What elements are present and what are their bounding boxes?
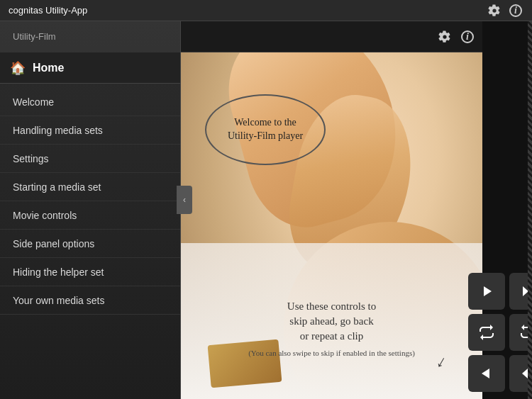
rewind-button[interactable] xyxy=(468,355,505,392)
right-control-panel xyxy=(482,21,532,399)
controls-row-2 xyxy=(468,314,532,351)
svg-marker-0 xyxy=(484,286,492,296)
svg-marker-3 xyxy=(482,369,489,378)
annotation-sub-text: (You can also swipe to skip if enabled i… xyxy=(201,348,462,359)
sidebar-item-welcome[interactable]: Welcome xyxy=(0,88,180,116)
repeat-button[interactable] xyxy=(468,314,505,351)
sidebar-collapse-button[interactable]: ‹ xyxy=(177,186,192,214)
sidebar: Utility-Film 🏠 Home Welcome Handling med… xyxy=(0,21,181,399)
sidebar-item-settings[interactable]: Settings xyxy=(0,145,180,173)
home-icon: 🏠 xyxy=(10,60,26,76)
sidebar-nav: Welcome Handling media sets Settings Sta… xyxy=(0,84,180,319)
main-video-area: Welcome to the Utility-Film player Use t… xyxy=(181,21,482,399)
stripe-right-decoration xyxy=(528,21,532,399)
sidebar-item-side-panel-options[interactable]: Side panel options xyxy=(0,230,180,258)
controls-row-1 xyxy=(468,273,532,310)
info-icon-main[interactable]: i xyxy=(460,29,475,45)
gear-icon-main[interactable] xyxy=(437,29,453,45)
app-title: cognitas Utility-App xyxy=(9,5,87,16)
annotation-area-bottom: Use these controls to skip ahead, go bac… xyxy=(196,293,467,364)
svg-marker-5 xyxy=(522,369,528,378)
info-badge-main: i xyxy=(461,30,474,43)
info-badge-top: i xyxy=(509,4,522,17)
play-forward-button[interactable] xyxy=(468,273,505,310)
sidebar-item-starting-media-set[interactable]: Starting a media set xyxy=(0,173,180,201)
sidebar-header-title: Home xyxy=(33,62,64,74)
video-scene: Welcome to the Utility-Film player Use t… xyxy=(181,52,482,399)
annotation-text-bottom: Use these controls to skip ahead, go bac… xyxy=(196,293,467,364)
sidebar-item-movie-controls[interactable]: Movie controls xyxy=(0,201,180,230)
info-icon-top[interactable]: i xyxy=(508,3,523,18)
sidebar-item-handling-media-sets[interactable]: Handling media sets xyxy=(0,116,180,145)
controls-row-3 xyxy=(468,355,532,392)
sidebar-header[interactable]: 🏠 Home xyxy=(0,52,180,84)
chevron-left-icon: ‹ xyxy=(183,195,186,205)
sidebar-ghost-label: Utility-Film xyxy=(0,21,180,52)
annotation-text-top: Welcome to the Utility-Film player xyxy=(222,111,309,147)
sidebar-item-hiding-helper-set[interactable]: Hiding the helper set xyxy=(0,258,180,286)
title-bar: cognitas Utility-App i xyxy=(0,0,532,21)
sidebar-item-your-own-media-sets[interactable]: Your own media sets xyxy=(0,286,180,315)
title-bar-icons: i xyxy=(487,3,523,18)
gear-icon-top[interactable] xyxy=(487,3,502,18)
main-header: i xyxy=(181,21,482,52)
annotation-bubble-top: Welcome to the Utility-Film player xyxy=(205,94,326,165)
